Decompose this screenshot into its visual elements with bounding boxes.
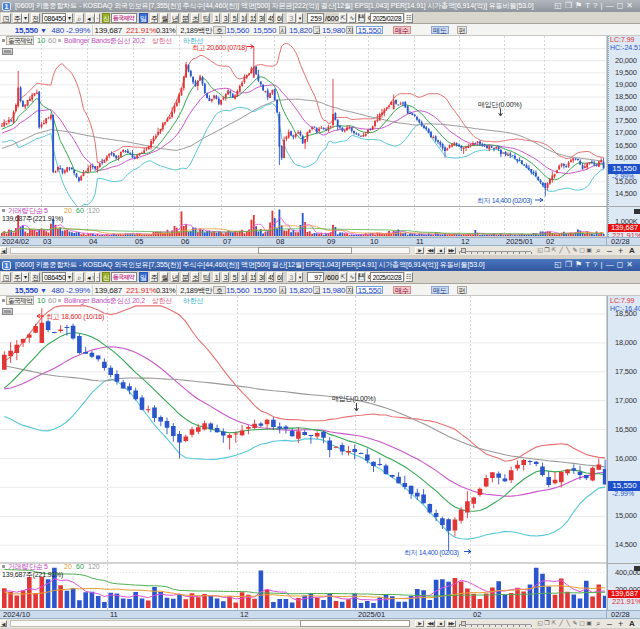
svg-text:최고 18,600 (10/16): 최고 18,600 (10/16) [46,313,104,321]
svg-text:매입단(0.00%): 매입단(0.00%) [478,101,522,109]
svg-text:최저 14,400 (02/03): 최저 14,400 (02/03) [404,549,459,557]
svg-text:매입단(0.00%): 매입단(0.00%) [332,395,376,403]
svg-text:최저 14,400 (02/03): 최저 14,400 (02/03) [477,197,532,205]
